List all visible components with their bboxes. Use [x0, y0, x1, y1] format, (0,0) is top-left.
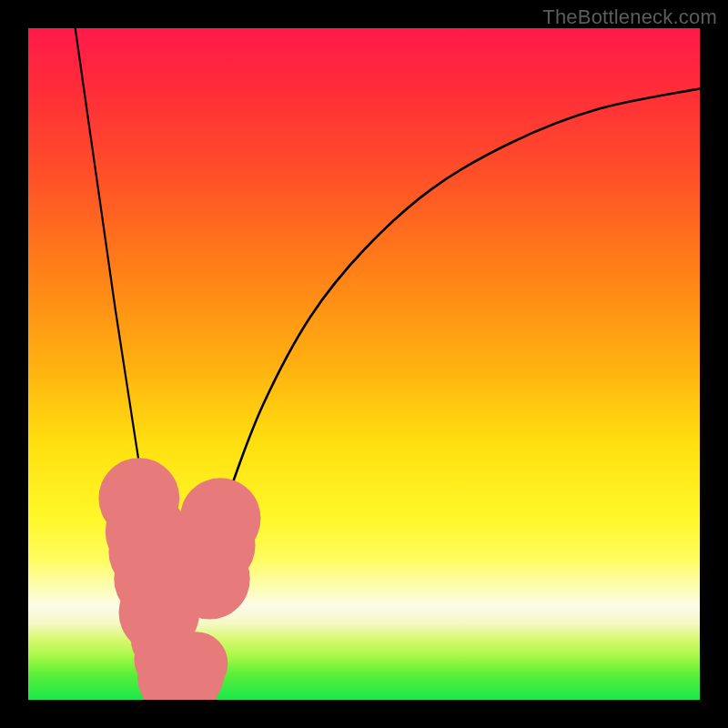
marker-group: [98, 458, 260, 700]
watermark-text: TheBottleneck.com: [542, 5, 717, 29]
curve-layer: [28, 28, 700, 700]
plot-area: [28, 28, 700, 700]
outer-frame: TheBottleneck.com: [0, 0, 728, 728]
curve-right-branch: [176, 88, 700, 700]
data-marker: [180, 478, 261, 559]
data-marker: [165, 632, 228, 695]
